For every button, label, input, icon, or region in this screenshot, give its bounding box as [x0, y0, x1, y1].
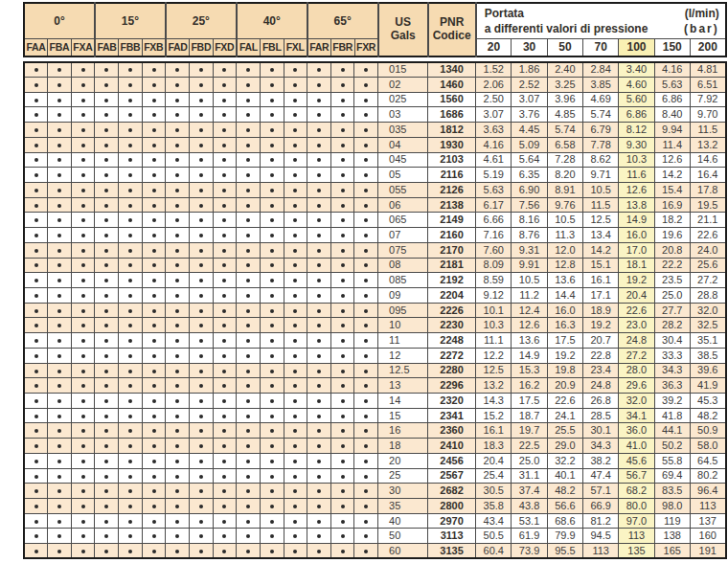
model-available-cell [24, 513, 48, 529]
flow-data-table: 01513401.521.862.402.843.404.164.8102146… [23, 61, 727, 560]
model-available-cell [166, 544, 190, 559]
model-available-dot-icon [222, 279, 226, 282]
flow-value-cell: 3.85 [583, 77, 619, 92]
us-gals-cell: 12.5 [378, 363, 428, 378]
table-row: 0621386.177.569.7611.513.816.919.5 [24, 197, 726, 213]
flow-value-cell: 15.2 [476, 408, 512, 423]
model-available-dot-icon [293, 415, 297, 418]
flow-value-cell: 6.86 [619, 107, 654, 123]
model-available-dot-icon [152, 384, 156, 388]
model-available-dot-icon [270, 218, 274, 222]
model-available-cell [71, 453, 95, 468]
model-available-cell [71, 439, 95, 454]
model-available-dot-icon [341, 144, 345, 147]
model-available-dot-icon [104, 520, 108, 524]
model-available-cell [354, 287, 378, 303]
us-gals-cell: 05 [378, 168, 428, 183]
model-available-dot-icon [104, 370, 108, 373]
model-available-cell [307, 213, 331, 228]
model-available-cell [24, 287, 48, 303]
model-available-cell [166, 333, 190, 349]
flow-value-cell: 8.91 [547, 182, 582, 197]
model-available-dot-icon [270, 99, 274, 102]
nozzle-type-header: FXD [213, 39, 237, 56]
model-available-dot-icon [222, 234, 226, 237]
model-available-cell [119, 513, 143, 529]
pnr-code-cell: 1460 [428, 77, 476, 92]
model-available-cell [354, 468, 378, 484]
flow-value-cell: 4.45 [512, 123, 547, 138]
flow-value-cell: 44.1 [654, 423, 690, 439]
table-row: 06521496.668.1610.512.514.918.221.1 [24, 213, 726, 228]
flow-value-cell: 8.76 [512, 228, 547, 243]
model-available-cell [260, 544, 284, 559]
model-available-dot-icon [175, 113, 179, 117]
model-available-cell [237, 242, 261, 258]
model-available-dot-icon [175, 370, 179, 373]
flow-value-cell: 6.17 [476, 197, 512, 213]
model-available-dot-icon [34, 460, 38, 463]
angle-group-header: 40° [237, 3, 307, 39]
model-available-dot-icon [293, 489, 297, 493]
model-available-dot-icon [222, 339, 226, 343]
flow-value-cell: 2.52 [512, 77, 547, 92]
model-available-dot-icon [246, 550, 250, 553]
model-available-cell [330, 123, 354, 138]
model-available-cell [142, 62, 166, 78]
pnr-code-cell: 2230 [428, 318, 476, 333]
flow-value-cell: 22.6 [690, 228, 725, 243]
flow-value-cell: 27.2 [690, 273, 725, 288]
nozzle-type-header: FXR [354, 39, 378, 56]
model-available-dot-icon [270, 68, 274, 72]
flow-value-cell: 97.0 [619, 513, 654, 529]
model-available-cell [354, 439, 378, 454]
model-available-cell [48, 378, 72, 394]
model-available-cell [71, 423, 95, 439]
model-available-cell [330, 213, 354, 228]
flow-value-cell: 14.6 [690, 152, 725, 168]
model-available-cell [95, 168, 119, 183]
model-available-cell [48, 468, 72, 484]
model-available-dot-icon [222, 489, 226, 493]
flow-value-cell: 9.71 [583, 168, 619, 183]
model-available-cell [166, 92, 190, 107]
flow-value-cell: 113 [690, 499, 725, 514]
model-available-dot-icon [81, 128, 85, 132]
pnr-code-cell: 2103 [428, 152, 476, 168]
model-available-dot-icon [341, 158, 345, 162]
model-available-dot-icon [104, 173, 108, 177]
model-available-dot-icon [270, 189, 274, 192]
model-available-dot-icon [341, 128, 345, 132]
us-gals-cell: 60 [378, 544, 428, 559]
model-available-cell [284, 197, 307, 213]
model-available-dot-icon [364, 68, 368, 72]
flow-value-cell: 113 [583, 544, 619, 559]
model-available-cell [330, 378, 354, 394]
model-available-cell [166, 273, 190, 288]
model-available-dot-icon [57, 128, 61, 132]
flow-value-cell: 20.7 [583, 333, 619, 349]
model-available-dot-icon [246, 279, 250, 282]
model-available-cell [284, 513, 307, 529]
nozzle-flow-catalog-table: 0° 15° 25° 40° 65° US Gals PNR Codice Po… [23, 2, 726, 559]
model-available-dot-icon [270, 83, 274, 87]
model-available-cell [330, 439, 354, 454]
model-available-cell [330, 363, 354, 378]
model-available-cell [354, 92, 378, 107]
model-available-dot-icon [57, 83, 61, 87]
model-available-cell [48, 394, 72, 409]
pressure-header: 200 [690, 39, 725, 56]
model-available-cell [142, 242, 166, 258]
model-available-cell [354, 197, 378, 213]
flow-value-cell: 38.5 [690, 348, 725, 363]
model-available-dot-icon [128, 384, 132, 388]
model-available-cell [189, 273, 213, 288]
model-available-cell [95, 378, 119, 394]
model-available-cell [95, 468, 119, 484]
model-available-dot-icon [293, 204, 297, 208]
flow-value-cell: 17.5 [512, 394, 547, 409]
model-available-dot-icon [152, 234, 156, 237]
model-available-cell [354, 394, 378, 409]
model-available-cell [189, 62, 213, 78]
model-available-dot-icon [199, 189, 203, 192]
